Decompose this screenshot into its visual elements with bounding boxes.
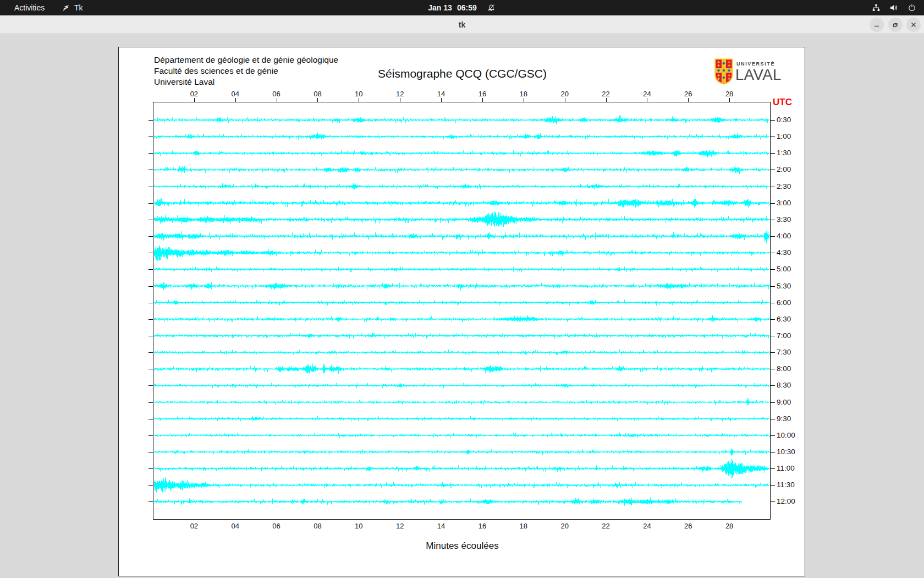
- row-tick-right-7:30: [771, 352, 775, 353]
- tk-window-content: Département de géologie et de génie géol…: [0, 35, 924, 578]
- x-tick-label-top-14: 14: [437, 90, 445, 98]
- utc-time-label-10:00: 10:00: [777, 431, 795, 439]
- row-tick-left-9:00: [148, 402, 153, 403]
- x-tick-label-bottom-02: 02: [190, 522, 198, 530]
- utc-time-label-9:00: 9:00: [777, 398, 791, 406]
- x-tick-top-08: [317, 98, 318, 102]
- activities-label: Activities: [14, 3, 45, 12]
- row-tick-right-3:30: [771, 220, 775, 220]
- app-menu-button[interactable]: Tk: [58, 0, 86, 15]
- system-status-area[interactable]: [872, 0, 916, 15]
- x-tick-label-bottom-06: 06: [272, 522, 280, 530]
- row-tick-left-2:00: [148, 170, 153, 170]
- seismograph-image: Département de géologie et de génie géol…: [118, 47, 805, 576]
- row-tick-left-5:30: [148, 286, 153, 287]
- utc-time-label-0:30: 0:30: [777, 116, 791, 124]
- row-tick-left-12:00: [148, 501, 153, 502]
- row-tick-right-2:00: [771, 170, 775, 170]
- row-tick-right-10:30: [771, 452, 775, 452]
- maximize-button[interactable]: [888, 18, 903, 32]
- x-tick-top-26: [688, 98, 689, 102]
- tk-icon: [62, 3, 70, 12]
- x-tick-top-02: [194, 98, 195, 102]
- network-icon: [872, 3, 881, 12]
- x-tick-top-22: [606, 98, 607, 102]
- row-tick-right-4:30: [771, 253, 775, 253]
- utc-time-label-1:30: 1:30: [777, 149, 791, 157]
- row-tick-left-5:00: [148, 269, 153, 270]
- seismogram-traces: [153, 102, 771, 520]
- x-tick-top-18: [524, 98, 524, 102]
- utc-time-label-8:00: 8:00: [777, 364, 791, 373]
- utc-time-label-9:30: 9:30: [777, 415, 791, 423]
- row-tick-left-4:30: [148, 253, 153, 253]
- utc-time-label-7:30: 7:30: [777, 348, 791, 356]
- utc-time-label-5:00: 5:00: [777, 265, 791, 273]
- row-tick-left-1:30: [148, 153, 153, 154]
- row-tick-right-9:00: [771, 402, 775, 403]
- utc-time-label-11:30: 11:30: [777, 481, 795, 489]
- window-title: tk: [0, 15, 924, 34]
- x-tick-label-top-22: 22: [602, 90, 609, 98]
- utc-time-label-8:30: 8:30: [777, 381, 791, 389]
- x-tick-label-top-26: 26: [684, 90, 692, 98]
- row-tick-left-11:00: [148, 468, 153, 469]
- x-tick-label-bottom-16: 16: [479, 522, 486, 530]
- system-menubar: Activities Tk Jan 13 06:59: [0, 0, 924, 15]
- x-tick-label-top-08: 08: [314, 90, 321, 98]
- row-tick-right-4:00: [771, 236, 775, 237]
- x-tick-label-top-16: 16: [479, 90, 486, 98]
- clock-time: 06:59: [457, 3, 477, 12]
- row-tick-left-8:00: [148, 369, 153, 369]
- row-tick-right-6:30: [771, 319, 775, 320]
- utc-time-label-6:00: 6:00: [777, 298, 791, 307]
- x-tick-label-bottom-14: 14: [437, 522, 445, 530]
- x-tick-top-12: [400, 98, 400, 102]
- utc-time-label-10:30: 10:30: [777, 448, 795, 456]
- row-tick-left-4:00: [148, 236, 153, 237]
- row-tick-left-9:30: [148, 419, 153, 419]
- row-tick-right-9:30: [771, 419, 775, 419]
- x-tick-label-bottom-08: 08: [314, 522, 321, 530]
- volume-icon: [889, 3, 899, 12]
- utc-time-label-4:30: 4:30: [777, 248, 791, 257]
- x-axis-title: Minutes écoulées: [119, 541, 806, 552]
- x-tick-top-10: [359, 98, 359, 102]
- x-tick-label-bottom-26: 26: [684, 522, 692, 530]
- x-tick-label-bottom-20: 20: [560, 522, 568, 530]
- x-tick-label-top-24: 24: [643, 90, 651, 98]
- row-tick-right-11:30: [771, 485, 775, 486]
- row-tick-left-2:30: [148, 187, 153, 187]
- x-tick-label-top-04: 04: [231, 90, 239, 98]
- utc-time-label-5:30: 5:30: [777, 282, 791, 290]
- row-tick-left-0:30: [148, 120, 153, 121]
- row-tick-left-10:30: [148, 452, 153, 452]
- clock-button[interactable]: Jan 13 06:59: [428, 0, 496, 15]
- utc-time-label-7:00: 7:00: [777, 331, 791, 340]
- row-tick-right-5:30: [771, 286, 775, 287]
- window-titlebar[interactable]: tk: [0, 15, 924, 34]
- row-tick-left-3:00: [148, 203, 153, 204]
- utc-time-label-3:30: 3:30: [777, 215, 791, 223]
- minimize-button[interactable]: [870, 18, 884, 32]
- close-button[interactable]: [906, 18, 921, 32]
- x-tick-label-top-06: 06: [272, 90, 280, 98]
- x-tick-label-top-02: 02: [190, 90, 198, 98]
- activities-button[interactable]: Activities: [10, 0, 49, 15]
- utc-time-label-11:00: 11:00: [777, 464, 795, 472]
- x-tick-label-top-10: 10: [355, 90, 362, 98]
- utc-time-label-6:30: 6:30: [777, 315, 791, 323]
- row-tick-left-3:30: [148, 220, 153, 220]
- x-tick-top-20: [565, 98, 565, 102]
- utc-time-label-4:00: 4:00: [777, 232, 791, 240]
- utc-time-label-2:30: 2:30: [777, 182, 791, 190]
- x-tick-label-top-28: 28: [725, 90, 733, 98]
- row-tick-right-2:30: [771, 187, 775, 187]
- row-tick-left-11:30: [148, 485, 153, 486]
- row-tick-right-7:00: [771, 336, 775, 336]
- x-tick-top-06: [277, 98, 277, 102]
- row-tick-right-5:00: [771, 269, 775, 270]
- row-tick-right-11:00: [771, 468, 775, 469]
- x-tick-label-top-12: 12: [396, 90, 404, 98]
- clock-date: Jan 13: [428, 3, 452, 12]
